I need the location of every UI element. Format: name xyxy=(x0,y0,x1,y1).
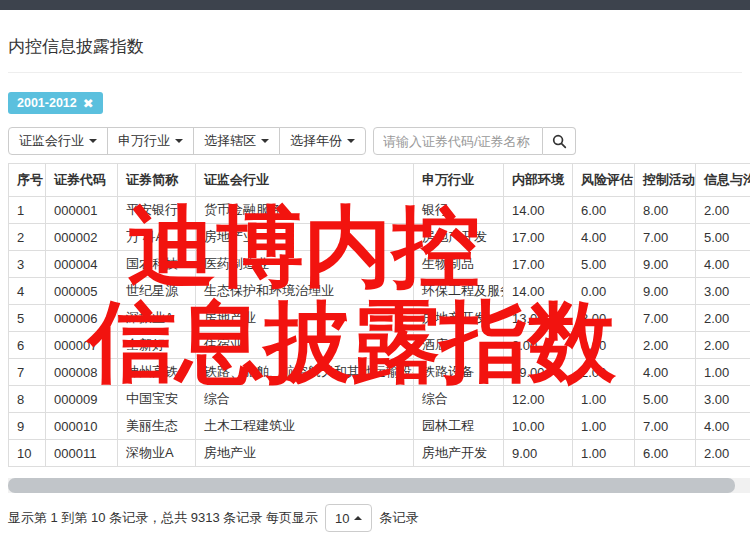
table-cell: 0.00 xyxy=(573,278,635,305)
col-header-control-activity: 控制活动 xyxy=(635,164,696,197)
close-icon[interactable]: ✖ xyxy=(83,97,94,110)
table-cell: 全新好 xyxy=(118,332,196,359)
table-cell: 13.00 xyxy=(504,305,573,332)
table-cell: 生态保护和环境治理业 xyxy=(196,278,414,305)
table-cell: 5.00 xyxy=(573,251,635,278)
filter-button-group: 证监会行业 申万行业 选择辖区 选择年份 xyxy=(8,127,366,155)
caret-down-icon xyxy=(89,139,97,143)
page-title: 内控信息披露指数 xyxy=(8,35,742,58)
table-cell: 平安银行 xyxy=(118,197,196,224)
table-cell: 世纪星源 xyxy=(118,278,196,305)
table-cell: 综合 xyxy=(196,386,414,413)
table-cell: 10 xyxy=(9,440,46,467)
table-cell: 14.00 xyxy=(504,197,573,224)
table-cell: 10.00 xyxy=(504,413,573,440)
table-cell: 5.00 xyxy=(696,224,750,251)
region-label: 选择辖区 xyxy=(204,133,256,149)
table-cell: 园林工程 xyxy=(414,413,504,440)
table-cell: 房地产开发 xyxy=(414,305,504,332)
table-cell: 4.00 xyxy=(696,413,750,440)
table-cell: 6.00 xyxy=(635,440,696,467)
year-label: 选择年份 xyxy=(290,133,342,149)
table-cell: 环保工程及服务 xyxy=(414,278,504,305)
table-cell: 9.00 xyxy=(635,278,696,305)
search-button[interactable] xyxy=(543,127,576,155)
table-cell: 3 xyxy=(9,251,46,278)
year-range-label: 2001-2012 xyxy=(17,96,77,110)
col-header-sw-industry: 申万行业 xyxy=(414,164,504,197)
page-size-select[interactable]: 10 xyxy=(325,504,372,532)
search-icon xyxy=(552,134,567,149)
table-cell: 综合 xyxy=(414,386,504,413)
year-dropdown[interactable]: 选择年份 xyxy=(279,127,366,155)
table-cell: 000010 xyxy=(46,413,118,440)
table-cell: 铁路设备 xyxy=(414,359,504,386)
table-cell: 000007 xyxy=(46,332,118,359)
table-cell: 房地产业 xyxy=(196,440,414,467)
sw-industry-dropdown[interactable]: 申万行业 xyxy=(107,127,194,155)
table-row: 3000004国农科技医药制造业生物制品17.005.009.004.00 xyxy=(9,251,750,278)
table-cell: 酒店 xyxy=(414,332,504,359)
caret-up-icon xyxy=(354,516,362,520)
table-cell: 9 xyxy=(9,413,46,440)
filter-toolbar: 证监会行业 申万行业 选择辖区 选择年份 xyxy=(8,127,750,155)
sw-industry-label: 申万行业 xyxy=(118,133,170,149)
table-cell: 9.00 xyxy=(504,440,573,467)
table-cell: 中国宝安 xyxy=(118,386,196,413)
table-cell: 3.00 xyxy=(696,386,750,413)
csrc-industry-dropdown[interactable]: 证监会行业 xyxy=(8,127,108,155)
csrc-industry-label: 证监会行业 xyxy=(19,133,84,149)
table-cell: 1 xyxy=(9,197,46,224)
table-row: 2000002万 科A房地产业房地产开发17.004.007.005.00 xyxy=(9,224,750,251)
table-cell: 2.00 xyxy=(696,305,750,332)
table-cell: 铁路、船舶、航空航天和其他运输设备制造业 xyxy=(196,359,414,386)
table-cell: 货币金融服务 xyxy=(196,197,414,224)
table-cell: 生物制品 xyxy=(414,251,504,278)
table-cell: 6 xyxy=(9,332,46,359)
table-cell: 医药制造业 xyxy=(196,251,414,278)
table-cell: 4.00 xyxy=(696,251,750,278)
table-cell: 7 xyxy=(9,359,46,386)
page-size-value: 10 xyxy=(335,511,349,526)
page-content: 内控信息披露指数 2001-2012 ✖ 证监会行业 申万行业 选择辖区 选择年… xyxy=(0,35,750,532)
search-input[interactable] xyxy=(373,127,543,155)
top-navbar xyxy=(0,0,750,10)
table-cell: 0.00 xyxy=(573,332,635,359)
table-cell: 银行 xyxy=(414,197,504,224)
table-cell: 5.00 xyxy=(635,386,696,413)
table-cell: 19.00 xyxy=(504,359,573,386)
table-cell: 2.00 xyxy=(635,332,696,359)
table-cell: 8.00 xyxy=(635,197,696,224)
table-cell: 6.00 xyxy=(573,197,635,224)
horizontal-scrollbar-thumb[interactable] xyxy=(8,478,735,493)
year-range-filter-tag[interactable]: 2001-2012 ✖ xyxy=(8,92,103,114)
table-cell: 12.00 xyxy=(504,386,573,413)
table-cell: 000005 xyxy=(46,278,118,305)
col-header-security-name: 证券简称 xyxy=(118,164,196,197)
region-dropdown[interactable]: 选择辖区 xyxy=(193,127,280,155)
col-header-info-communication: 信息与沟通 xyxy=(696,164,750,197)
table-cell: 房地产业 xyxy=(196,224,414,251)
col-header-index: 序号 xyxy=(9,164,46,197)
table-body: 1000001平安银行货币金融服务银行14.006.008.002.002000… xyxy=(9,197,750,467)
search-group xyxy=(373,127,576,155)
col-header-csrc-industry: 证监会行业 xyxy=(196,164,414,197)
table-cell: 9.00 xyxy=(635,251,696,278)
table-row: 10000011深物业A房地产业房地产开发9.001.006.002.00 xyxy=(9,440,750,467)
table-cell: 2.00 xyxy=(696,197,750,224)
table-cell: 房地产业 xyxy=(196,305,414,332)
table-cell: 房地产开发 xyxy=(414,440,504,467)
col-header-internal-env: 内部环境 xyxy=(504,164,573,197)
table-cell: 5 xyxy=(9,305,46,332)
table-cell: 深振业A xyxy=(118,305,196,332)
table-cell: 2 xyxy=(9,224,46,251)
table-cell: 000009 xyxy=(46,386,118,413)
caret-down-icon xyxy=(347,139,355,143)
table-cell: 3.00 xyxy=(696,278,750,305)
table-cell: 4.00 xyxy=(573,224,635,251)
horizontal-scrollbar[interactable] xyxy=(8,478,750,493)
table-cell: 000008 xyxy=(46,359,118,386)
table-cell: 7.00 xyxy=(635,305,696,332)
table-cell: 17.00 xyxy=(504,224,573,251)
table-cell: 2.00 xyxy=(696,332,750,359)
